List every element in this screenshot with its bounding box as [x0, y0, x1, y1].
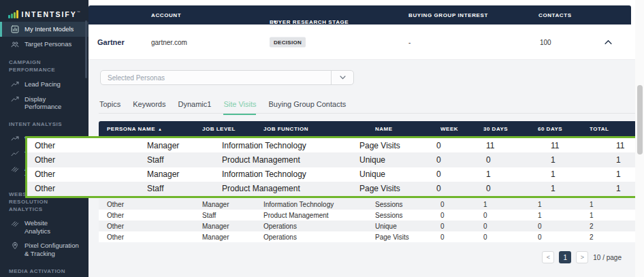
cell-job-level: Staff — [147, 155, 222, 165]
cell-job-function: Information Technology — [263, 201, 375, 208]
account-row: Gartner gartner.com DECISION - 100 — [88, 25, 644, 60]
cell-week: 0 — [440, 223, 483, 230]
target-personas-icon — [11, 40, 19, 48]
cell-week: 0 — [440, 201, 483, 208]
column-header-job-function[interactable]: JOB FUNCTION — [263, 126, 375, 132]
tabs-underline — [99, 113, 637, 114]
cell-60-days: 11 — [551, 141, 616, 150]
cell-60-days: 0 — [538, 233, 590, 241]
column-header-week[interactable]: WEEK — [440, 126, 483, 132]
cell-persona-name: Other — [99, 233, 202, 241]
current-page-button[interactable]: 1 — [559, 251, 571, 263]
cell-30-days: 0 — [483, 212, 538, 219]
contacts-value: 100 — [540, 39, 551, 46]
cell-persona-name: Other — [27, 184, 147, 193]
table-row: Other Manager Information Technology Ses… — [99, 199, 637, 210]
sidebar-section-intent-analysis: INTENT ANALYSIS — [0, 118, 88, 131]
highlighted-table-row: Other Manager Information Technology Pag… — [27, 138, 639, 152]
trend-dotted-icon — [11, 150, 19, 158]
cell-total: 2 — [590, 223, 637, 230]
trend-icon — [11, 80, 19, 88]
intentsify-logo: INTENTSIFY™ — [0, 0, 88, 18]
column-header-60-days[interactable]: 60 DAYS — [538, 126, 590, 132]
cell-job-level: Staff — [202, 212, 263, 219]
cell-60-days: 1 — [551, 155, 616, 165]
sidebar-item-target-personas[interactable]: Target Personas — [0, 37, 88, 52]
page-size-selector[interactable]: 10 / page — [593, 254, 622, 261]
vertical-scrollbar-thumb[interactable] — [637, 85, 643, 154]
sidebar-item-my-intent-models[interactable]: My Intent Models — [0, 22, 88, 37]
cell-job-level: Manager — [202, 233, 263, 241]
column-header-total[interactable]: TOTAL — [590, 126, 637, 132]
header-label: PERSONA NAME — [107, 126, 155, 132]
cell-job-function: Product Management — [263, 212, 375, 219]
cell-60-days: 1 — [551, 184, 616, 193]
account-domain: gartner.com — [151, 39, 187, 46]
cell-week: 0 — [436, 141, 486, 150]
account-name-link[interactable]: Gartner — [97, 38, 125, 46]
cell-name: Sessions — [375, 201, 440, 208]
dropdown-placeholder: Selected Personas — [101, 74, 331, 82]
cell-30-days: 0 — [483, 233, 538, 241]
sidebar-item-display-performance[interactable]: Display Performance — [0, 92, 88, 114]
cell-week: 0 — [436, 169, 486, 179]
collapse-row-button[interactable] — [605, 40, 612, 45]
highlight-overlay: Other Manager Information Technology Pag… — [25, 136, 641, 198]
cell-30-days: 0 — [486, 184, 551, 193]
cell-week: 0 — [440, 212, 483, 219]
next-page-button[interactable]: > — [576, 251, 588, 263]
cell-job-function: Information Technology — [222, 141, 359, 150]
cell-job-level: Manager — [202, 223, 263, 230]
contacts-column-header: CONTACTS — [538, 12, 572, 18]
sidebar-item-website-analytics[interactable]: Website Analytics — [0, 216, 88, 238]
table-row: Other Manager Operations Unique 0 0 0 2 — [99, 221, 637, 231]
column-header-name[interactable]: NAME — [375, 126, 440, 132]
sidebar-section-media-activation: MEDIA ACTIVATION — [0, 265, 88, 277]
trademark: ™ — [77, 10, 82, 14]
cell-job-function: Product Management — [222, 184, 359, 193]
buying-group-interest-column-header: BUYING GROUP INTEREST — [408, 12, 488, 18]
waves-icon — [11, 165, 19, 173]
dropdown-caret-area[interactable] — [331, 71, 353, 84]
cell-persona-name: Other — [27, 169, 147, 179]
intent-models-icon — [11, 25, 19, 33]
cell-persona-name: Other — [27, 155, 147, 165]
highlighted-table-row: Other Manager Information Technology Uni… — [27, 167, 639, 182]
vertical-scrollbar-track[interactable] — [635, 0, 644, 277]
previous-page-button[interactable]: < — [542, 251, 554, 263]
cell-name: Page Visits — [359, 184, 436, 193]
cell-name: Page Visits — [359, 141, 436, 150]
cell-30-days: 0 — [486, 155, 551, 165]
trend-icon — [11, 95, 19, 103]
pagination: < 1 > 10 / page — [542, 251, 622, 263]
cell-name: Sessions — [375, 212, 440, 219]
cell-60-days: 1 — [538, 212, 590, 219]
sort-ascending-icon: ▲ — [158, 127, 162, 131]
account-column-header: ACCOUNT — [151, 12, 181, 18]
sidebar-section-campaign-performance: CAMPAIGN PERFORMANCE — [0, 56, 88, 77]
buying-group-interest-value: - — [408, 39, 410, 46]
sidebar-item-label: Target Personas — [25, 40, 71, 48]
cell-60-days: 0 — [538, 223, 590, 230]
cell-total: 2 — [590, 233, 637, 241]
visits-table-body: Other Manager Information Technology Ses… — [99, 199, 637, 242]
column-header-job-level[interactable]: JOB LEVEL — [202, 126, 263, 132]
cell-persona-name: Other — [99, 223, 202, 230]
cell-job-level: Manager — [147, 141, 222, 150]
cell-persona-name: Other — [99, 201, 202, 208]
sidebar-item-pixel-configuration-tracking[interactable]: Pixel Configuration & Tracking — [0, 238, 88, 261]
table-row: Other Manager Operations Page Visits 0 0… — [99, 231, 637, 242]
selected-personas-dropdown[interactable]: Selected Personas — [100, 70, 354, 85]
highlighted-table-row: Other Staff Product Management Unique 0 … — [27, 152, 639, 167]
cell-week: 0 — [440, 233, 483, 241]
logo-bars-icon — [8, 10, 18, 18]
column-header-30-days[interactable]: 30 DAYS — [483, 126, 538, 132]
cell-name: Unique — [375, 223, 440, 230]
sidebar-scrollbar[interactable] — [85, 20, 87, 78]
cell-persona-name: Other — [27, 141, 147, 150]
trend-arrow-icon — [11, 135, 19, 143]
cell-60-days: 1 — [551, 169, 616, 179]
sidebar-item-lead-pacing[interactable]: Lead Pacing — [0, 77, 88, 92]
sidebar-item-label: Lead Pacing — [25, 80, 61, 88]
column-header-persona-name[interactable]: PERSONA NAME▲ — [99, 126, 202, 132]
